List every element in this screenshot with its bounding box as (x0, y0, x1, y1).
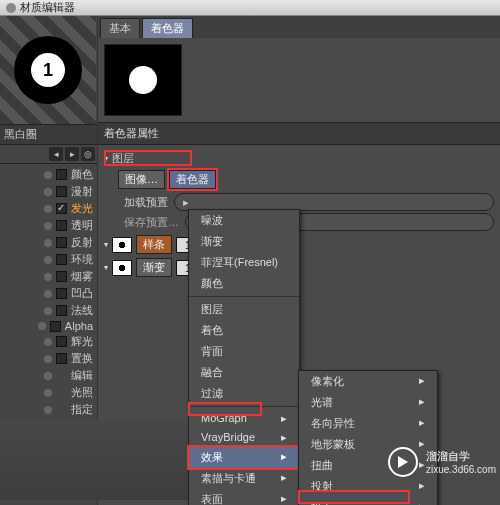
menu-separator (189, 406, 299, 407)
channel-checkbox[interactable] (56, 271, 67, 282)
menu-item[interactable]: 菲涅耳(Fresnel) (189, 252, 299, 273)
menu-item[interactable]: 颜色 (189, 273, 299, 294)
material-preview[interactable]: 1 (0, 16, 96, 124)
channel-checkbox[interactable] (56, 336, 67, 347)
menu-item[interactable]: VrayBridge▸ (189, 428, 299, 447)
chevron-right-icon: ▸ (419, 395, 425, 410)
channel-checkbox[interactable] (56, 305, 67, 316)
play-icon (388, 447, 418, 477)
menu-item[interactable]: 背面 (189, 341, 299, 362)
menu-item[interactable]: 素描与卡通▸ (189, 468, 299, 489)
menu-item[interactable]: 过滤 (189, 383, 299, 404)
menu-item[interactable]: 像素化▸ (299, 371, 437, 392)
channel-checkbox[interactable] (50, 321, 61, 332)
channel-label: 发光 (71, 201, 93, 216)
arrow-left-icon[interactable]: ◂ (49, 147, 63, 161)
channel-烟雾[interactable]: 烟雾 (0, 268, 97, 285)
shader-thumb-icon[interactable] (112, 260, 132, 276)
channel-dot-icon (44, 205, 52, 213)
menu-item[interactable]: 融合 (189, 362, 299, 383)
disclosure-icon[interactable]: ▾ (104, 240, 108, 249)
channel-颜色[interactable]: 颜色 (0, 166, 97, 183)
chevron-right-icon: ▸ (281, 431, 287, 444)
app-icon (6, 3, 16, 13)
target-icon[interactable]: ◎ (81, 147, 95, 161)
shader-thumb-icon[interactable] (112, 237, 132, 253)
menu-item[interactable]: 投射▸ (299, 476, 437, 497)
channel-checkbox[interactable] (56, 353, 67, 364)
channel-checkbox[interactable] (56, 220, 67, 231)
watermark-name: 溜溜自学 (426, 449, 496, 464)
channel-dot-icon (44, 188, 52, 196)
chevron-right-icon: ▸ (281, 492, 287, 505)
menu-item[interactable]: 各向异性▸ (299, 413, 437, 434)
channel-置换[interactable]: 置换 (0, 350, 97, 367)
preview-toolbar: ◂ ▸ ◎ (0, 144, 97, 164)
channel-透明[interactable]: 透明 (0, 217, 97, 234)
channel-编辑[interactable]: 编辑 (0, 367, 97, 384)
channel-checkbox[interactable] (56, 203, 67, 214)
channel-checkbox[interactable] (56, 254, 67, 265)
channel-label: 法线 (71, 303, 93, 318)
channel-checkbox[interactable] (56, 186, 67, 197)
layer-label: 图层 (112, 151, 134, 166)
channel-label: 凹凸 (71, 286, 93, 301)
channel-label: Alpha (65, 320, 93, 332)
menu-item[interactable]: 噪波 (189, 210, 299, 231)
title-bar: 材质编辑器 (0, 0, 500, 16)
channel-环境[interactable]: 环境 (0, 251, 97, 268)
channel-checkbox[interactable] (56, 169, 67, 180)
channel-光照[interactable]: 光照 (0, 384, 97, 401)
channel-dot-icon (44, 372, 52, 380)
chevron-right-icon: ▸ (419, 500, 425, 505)
channel-凹凸[interactable]: 凹凸 (0, 285, 97, 302)
menu-item[interactable]: 光谱▸ (299, 392, 437, 413)
channel-checkbox[interactable] (56, 288, 67, 299)
channel-法线[interactable]: 法线 (0, 302, 97, 319)
image-chip[interactable]: 图像… (118, 170, 165, 189)
gradient-chip[interactable]: 渐变 (136, 258, 172, 277)
disclosure-icon[interactable]: ▾ (104, 263, 108, 272)
save-preset-label: 保存预置… (124, 215, 179, 230)
shader-chip[interactable]: 着色器 (169, 170, 216, 189)
viewport-bg (0, 420, 188, 500)
menu-item[interactable]: 效果▸ (189, 447, 299, 468)
channel-发光[interactable]: 发光 (0, 200, 97, 217)
channel-Alpha[interactable]: Alpha (0, 319, 97, 333)
shader-context-menu: 噪波渐变菲涅耳(Fresnel)颜色图层着色背面融合过滤MoGraph▸Vray… (188, 209, 300, 505)
effect-submenu: 像素化▸光谱▸各向异性▸地形蒙板▸扭曲▸投射▸接近▸样条▸ (298, 370, 438, 505)
channel-dot-icon (44, 239, 52, 247)
material-name[interactable]: 黑白圈 (0, 124, 97, 144)
tab-shader[interactable]: 着色器 (142, 18, 193, 38)
disclosure-icon[interactable]: ▾ (104, 154, 108, 163)
spline-chip[interactable]: 样条 (136, 235, 172, 254)
load-preset-label: 加载预置 (124, 195, 168, 210)
channel-dot-icon (38, 322, 46, 330)
channel-checkbox[interactable] (56, 237, 67, 248)
tab-basic[interactable]: 基本 (100, 18, 140, 38)
chevron-right-icon: ▸ (281, 412, 287, 425)
channel-label: 环境 (71, 252, 93, 267)
channel-dot-icon (44, 171, 52, 179)
menu-item[interactable]: 表面▸ (189, 489, 299, 505)
channel-label: 漫射 (71, 184, 93, 199)
channel-label: 反射 (71, 235, 93, 250)
channel-漫射[interactable]: 漫射 (0, 183, 97, 200)
tab-bar: 基本 着色器 (98, 16, 500, 38)
menu-item[interactable]: 着色 (189, 320, 299, 341)
watermark: 溜溜自学 zixue.3d66.com (388, 447, 496, 477)
channel-label: 辉光 (71, 334, 93, 349)
channel-指定[interactable]: 指定 (0, 401, 97, 418)
menu-item[interactable]: 接近▸ (299, 497, 437, 505)
channel-辉光[interactable]: 辉光 (0, 333, 97, 350)
arrow-right-icon[interactable]: ▸ (65, 147, 79, 161)
chevron-right-icon: ▸ (419, 374, 425, 389)
channel-dot-icon (44, 256, 52, 264)
menu-item[interactable]: 图层 (189, 299, 299, 320)
channel-dot-icon (44, 338, 52, 346)
menu-item[interactable]: 渐变 (189, 231, 299, 252)
window-title: 材质编辑器 (20, 0, 75, 15)
chevron-right-icon: ▸ (281, 471, 287, 486)
menu-item[interactable]: MoGraph▸ (189, 409, 299, 428)
channel-反射[interactable]: 反射 (0, 234, 97, 251)
